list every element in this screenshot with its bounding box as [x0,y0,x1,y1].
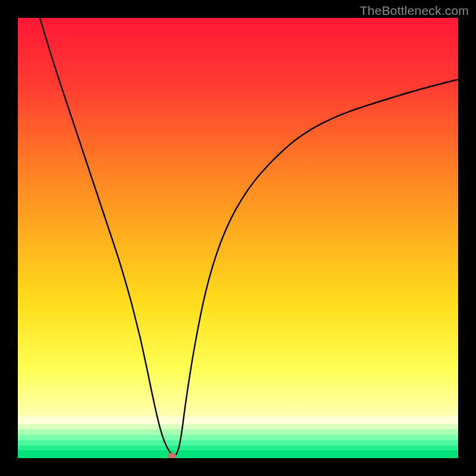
optimal-marker [168,453,176,458]
bottleneck-curve [18,18,458,458]
chart-root: TheBottleneck.com [0,0,476,476]
watermark: TheBottleneck.com [360,4,469,18]
plot-area [18,18,458,458]
